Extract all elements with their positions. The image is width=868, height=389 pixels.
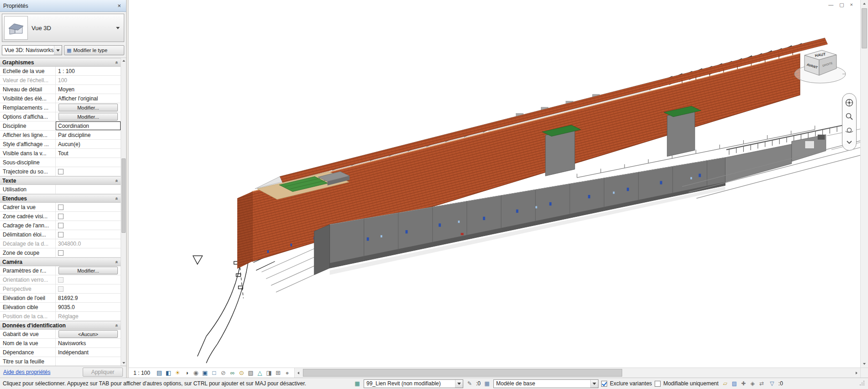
zoom-icon[interactable] (845, 112, 854, 121)
sun-path-icon[interactable]: ☀ (173, 368, 182, 378)
analytical-model-icon[interactable]: △ (255, 368, 265, 378)
property-value[interactable] (56, 185, 121, 194)
crop-view-icon[interactable]: ▣ (201, 368, 210, 378)
temporary-view-properties-icon[interactable]: ▧ (246, 368, 255, 378)
property-modify-button[interactable]: Modifier... (58, 267, 118, 274)
property-modify-button[interactable]: Modifier... (58, 113, 118, 121)
property-value[interactable]: 304800.0 (56, 239, 121, 248)
property-modify-button[interactable]: <Aucun> (58, 330, 118, 338)
property-checkbox[interactable] (58, 223, 64, 228)
property-checkbox[interactable] (58, 277, 64, 283)
close-icon[interactable]: × (850, 2, 853, 8)
drawing-area[interactable]: — ▢ × HAUT AVANT (129, 0, 860, 368)
property-value[interactable]: 81692.9 (56, 294, 121, 302)
properties-help-link[interactable]: Aide des propriétés (3, 369, 50, 375)
section-header-texte[interactable]: Texte« (0, 176, 121, 185)
property-value[interactable] (56, 167, 121, 176)
property-checkbox[interactable] (58, 205, 64, 210)
property-checkbox[interactable] (58, 169, 64, 174)
scroll-track[interactable] (861, 7, 868, 360)
worksharing-display-icon[interactable]: ● (283, 368, 292, 378)
vertical-scrollbar[interactable] (860, 0, 868, 368)
minimize-icon[interactable]: — (828, 2, 833, 8)
section-header-donnees-d-identification[interactable]: Données d'identification« (0, 321, 121, 330)
scroll-thumb[interactable] (303, 369, 623, 377)
property-value[interactable]: Moyen (56, 85, 121, 94)
navigation-bar[interactable] (842, 93, 857, 151)
view-type-select[interactable]: Vue 3D: Navisworks (2, 45, 62, 55)
property-value[interactable] (56, 230, 121, 239)
orbit-icon[interactable] (845, 126, 854, 135)
lock-3d-view-icon[interactable]: ⊘ (219, 368, 228, 378)
scroll-up-icon[interactable] (121, 58, 126, 63)
property-checkbox[interactable] (58, 250, 64, 256)
collapse-icon[interactable]: « (114, 324, 120, 326)
modify-type-button[interactable]: ▦ Modifier le type (64, 45, 124, 55)
property-value[interactable]: Réglage (56, 312, 121, 321)
scroll-down-icon[interactable] (121, 360, 126, 366)
scroll-track[interactable] (121, 63, 126, 360)
active-workset-select[interactable]: 99_Lien Revit (non modifiable) (364, 379, 463, 388)
restore-icon[interactable]: ▢ (839, 2, 844, 8)
chevron-down-icon[interactable] (845, 139, 854, 146)
property-value[interactable] (56, 203, 121, 211)
property-value[interactable]: Coordination (56, 121, 121, 130)
property-value[interactable]: Modifier... (56, 112, 121, 121)
chevron-down-icon[interactable] (455, 380, 463, 388)
select-by-face-toggle[interactable]: ◈ (749, 380, 757, 387)
show-crop-region-icon[interactable]: □ (210, 368, 219, 378)
drag-on-selection-toggle[interactable]: ⇄ (758, 380, 766, 387)
collapse-icon[interactable]: « (114, 260, 120, 263)
property-value[interactable]: Aucun(e) (56, 140, 121, 148)
section-header-camera[interactable]: Caméra« (0, 258, 121, 266)
close-icon[interactable]: × (116, 2, 123, 9)
select-links-toggle[interactable]: ▱ (721, 380, 729, 387)
property-value[interactable]: 9035.0 (56, 303, 121, 311)
type-selector[interactable]: Vue 3D (2, 14, 124, 42)
apply-button[interactable]: Appliquer (83, 368, 123, 377)
property-value[interactable] (56, 284, 121, 293)
section-header-etendues[interactable]: Etendues« (0, 194, 121, 203)
chevron-down-icon[interactable] (54, 46, 62, 55)
section-header-graphismes[interactable]: Graphismes« (0, 58, 121, 67)
properties-titlebar[interactable]: Propriétés × (0, 0, 126, 12)
scroll-down-icon[interactable] (861, 360, 868, 368)
scroll-left-icon[interactable] (295, 368, 302, 378)
property-value[interactable]: Indépendant (56, 348, 121, 357)
collapse-icon[interactable]: « (114, 179, 120, 182)
property-value[interactable]: Par discipline (56, 131, 121, 139)
select-underlay-toggle[interactable]: ▨ (730, 380, 738, 387)
property-value[interactable] (56, 357, 121, 366)
editable-only-checkbox[interactable] (655, 381, 661, 387)
select-pinned-toggle[interactable]: ✚ (740, 380, 747, 387)
property-value[interactable]: Modifier... (56, 266, 121, 275)
collapse-icon[interactable]: « (114, 61, 120, 63)
property-value[interactable]: Navisworks (56, 339, 121, 347)
highlight-displacement-icon[interactable]: ◨ (265, 368, 274, 378)
collapse-icon[interactable]: « (114, 197, 120, 200)
resize-grip[interactable] (859, 380, 865, 387)
property-value[interactable]: <Aucun> (56, 330, 121, 338)
editing-requests-icon[interactable]: ✎ (466, 380, 473, 387)
scroll-thumb[interactable] (122, 158, 126, 233)
property-value[interactable]: Modifier... (56, 103, 121, 112)
detail-level-icon[interactable]: ▤ (155, 368, 164, 378)
scroll-track[interactable] (302, 368, 853, 378)
scroll-right-icon[interactable] (853, 368, 860, 378)
rendering-dialog-icon[interactable]: ◉ (191, 368, 201, 378)
reveal-hidden-icon[interactable]: ⊙ (237, 368, 246, 378)
viewcube[interactable]: HAUT AVANT DROITE (794, 45, 849, 85)
exclude-options-checkbox[interactable] (601, 381, 607, 387)
property-value[interactable] (56, 248, 121, 257)
property-value[interactable]: Tout (56, 149, 121, 158)
hide-isolate-icon[interactable]: ∞ (228, 368, 237, 378)
property-value[interactable] (56, 158, 121, 167)
visual-style-icon[interactable]: ◧ (164, 368, 173, 378)
properties-scrollbar[interactable] (121, 58, 126, 366)
property-checkbox[interactable] (58, 286, 64, 292)
filter-icon[interactable]: ▽ (768, 380, 776, 387)
steering-wheel-icon[interactable] (845, 98, 854, 107)
scroll-up-icon[interactable] (861, 0, 868, 7)
property-value[interactable] (56, 221, 121, 230)
property-checkbox[interactable] (58, 214, 64, 219)
